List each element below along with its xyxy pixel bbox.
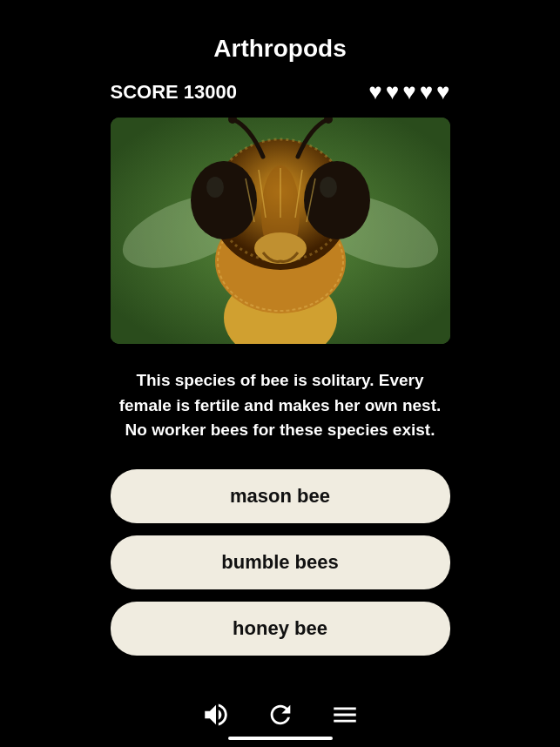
heart-1: ♥ xyxy=(368,78,381,105)
heart-2: ♥ xyxy=(386,78,399,105)
svg-point-13 xyxy=(254,232,307,264)
refresh-button[interactable] xyxy=(266,700,295,730)
sound-button[interactable] xyxy=(201,700,231,730)
svg-point-8 xyxy=(191,161,257,239)
answer-bumble-bees[interactable]: bumble bees xyxy=(111,535,450,589)
svg-point-10 xyxy=(206,177,224,198)
heart-5: ♥ xyxy=(436,78,449,105)
menu-button[interactable] xyxy=(330,700,360,730)
question-text: This species of bee is solitary. Every f… xyxy=(111,368,450,443)
score-display: SCORE 13000 xyxy=(111,81,238,104)
answer-honey-bee[interactable]: honey bee xyxy=(111,602,450,656)
heart-3: ♥ xyxy=(402,78,415,105)
svg-point-11 xyxy=(320,177,337,198)
lives-display: ♥ ♥ ♥ ♥ ♥ xyxy=(368,78,449,105)
home-indicator xyxy=(228,737,333,740)
svg-point-9 xyxy=(304,161,370,239)
bottom-bar xyxy=(0,700,560,730)
answer-mason-bee[interactable]: mason bee xyxy=(111,469,450,523)
heart-4: ♥ xyxy=(420,78,433,105)
question-image xyxy=(111,118,450,344)
page-title: Arthropods xyxy=(213,35,346,63)
answers-container: mason bee bumble bees honey bee xyxy=(111,469,450,656)
